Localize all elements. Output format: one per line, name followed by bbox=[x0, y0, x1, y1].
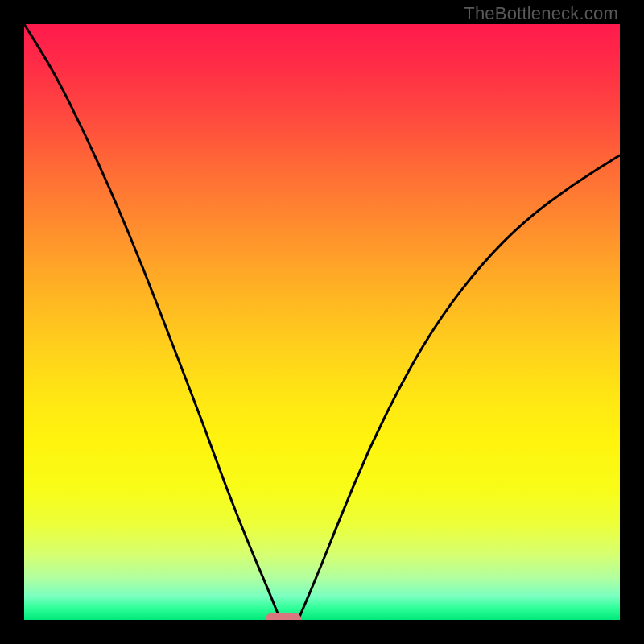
outer-frame: TheBottleneck.com bbox=[0, 0, 644, 644]
plot-area bbox=[24, 24, 620, 620]
curves-svg bbox=[24, 24, 620, 620]
right-curve bbox=[298, 155, 620, 620]
left-curve bbox=[24, 24, 280, 620]
watermark-text: TheBottleneck.com bbox=[464, 3, 618, 24]
bottleneck-marker bbox=[266, 613, 301, 620]
